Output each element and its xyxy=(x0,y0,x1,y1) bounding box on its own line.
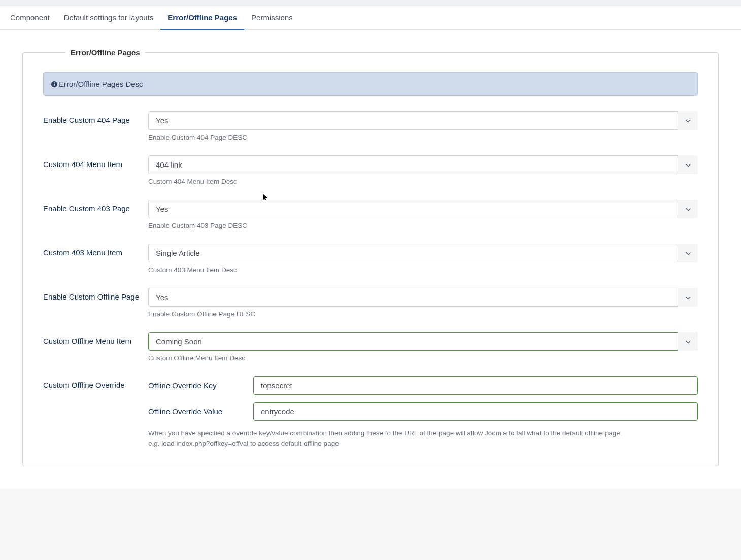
desc-custom-offline-menu: Custom Offline Menu Item Desc xyxy=(148,354,698,362)
desc-enable-403: Enable Custom 403 Page DESC xyxy=(148,222,698,229)
select-custom-offline-menu-wrap: Coming Soon xyxy=(148,332,698,351)
row-offline-override: Custom Offline Override Offline Override… xyxy=(43,376,698,449)
row-enable-403: Enable Custom 403 Page Yes Enable Custom… xyxy=(43,200,698,229)
fieldset-legend: Error/Offline Pages xyxy=(65,48,145,57)
row-enable-offline: Enable Custom Offline Page Yes Enable Cu… xyxy=(43,288,698,318)
select-custom-403-menu[interactable]: Single Article xyxy=(148,244,698,262)
svg-rect-1 xyxy=(54,83,55,85)
desc-enable-404: Enable Custom 404 Page DESC xyxy=(148,134,698,141)
tab-permissions[interactable]: Permissions xyxy=(244,6,300,30)
select-custom-offline-menu[interactable]: Coming Soon xyxy=(148,332,698,351)
tab-error-offline[interactable]: Error/Offline Pages xyxy=(160,6,244,30)
select-custom-403-menu-wrap: Single Article xyxy=(148,244,698,262)
select-enable-offline-wrap: Yes xyxy=(148,288,698,307)
row-offline-override-key: Offline Override Key xyxy=(148,376,698,395)
offline-override-note: When you have specified a override key/v… xyxy=(148,428,698,449)
label-offline-override-value: Offline Override Value xyxy=(148,407,253,416)
select-enable-404[interactable]: Yes xyxy=(148,111,698,130)
input-offline-override-value[interactable] xyxy=(253,402,698,421)
info-icon xyxy=(51,81,58,88)
select-enable-403-wrap: Yes xyxy=(148,200,698,218)
row-custom-404-menu: Custom 404 Menu Item 404 link Custom 404… xyxy=(43,155,698,185)
tab-default-settings[interactable]: Default settings for layouts xyxy=(57,6,161,30)
svg-point-2 xyxy=(54,82,55,83)
tab-component[interactable]: Component xyxy=(3,6,57,30)
select-custom-404-menu[interactable]: 404 link xyxy=(148,155,698,174)
select-custom-404-menu-wrap: 404 link xyxy=(148,155,698,174)
input-offline-override-key[interactable] xyxy=(253,376,698,395)
desc-enable-offline: Enable Custom Offline Page DESC xyxy=(148,310,698,318)
desc-custom-403-menu: Custom 403 Menu Item Desc xyxy=(148,266,698,274)
select-enable-404-wrap: Yes xyxy=(148,111,698,130)
row-custom-offline-menu: Custom Offline Menu Item Coming Soon Cus… xyxy=(43,332,698,362)
tabs-bar: Component Default settings for layouts E… xyxy=(0,6,741,30)
alert-desc: Error/Offline Pages Desc xyxy=(43,72,698,96)
error-offline-fieldset: Error/Offline Pages Error/Offline Pages … xyxy=(22,48,719,466)
label-enable-404: Enable Custom 404 Page xyxy=(43,111,148,124)
row-offline-override-value: Offline Override Value xyxy=(148,402,698,421)
label-custom-404-menu: Custom 404 Menu Item xyxy=(43,155,148,169)
select-enable-offline[interactable]: Yes xyxy=(148,288,698,307)
label-offline-override: Custom Offline Override xyxy=(43,376,148,389)
content-area: Error/Offline Pages Error/Offline Pages … xyxy=(0,30,741,488)
label-custom-offline-menu: Custom Offline Menu Item xyxy=(43,332,148,345)
alert-text: Error/Offline Pages Desc xyxy=(59,80,143,88)
desc-custom-404-menu: Custom 404 Menu Item Desc xyxy=(148,178,698,185)
top-strip xyxy=(0,0,741,6)
label-offline-override-key: Offline Override Key xyxy=(148,381,253,390)
row-custom-403-menu: Custom 403 Menu Item Single Article Cust… xyxy=(43,244,698,274)
row-enable-404: Enable Custom 404 Page Yes Enable Custom… xyxy=(43,111,698,141)
label-enable-offline: Enable Custom Offline Page xyxy=(43,288,148,301)
label-custom-403-menu: Custom 403 Menu Item xyxy=(43,244,148,257)
label-enable-403: Enable Custom 403 Page xyxy=(43,200,148,213)
select-enable-403[interactable]: Yes xyxy=(148,200,698,218)
